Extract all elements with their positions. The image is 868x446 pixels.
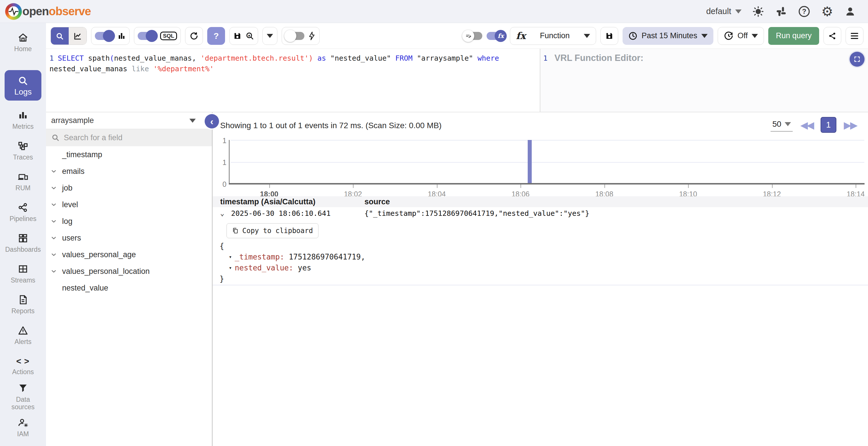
- x-tick-mark: [353, 185, 353, 188]
- field-search-box[interactable]: Search for a field: [46, 129, 212, 146]
- chevron-down-icon: [752, 34, 758, 38]
- function-select[interactable]: fx Function: [510, 27, 596, 45]
- sidebar-item-label: Reports: [11, 307, 35, 315]
- more-menu-button[interactable]: [845, 27, 863, 45]
- copy-to-clipboard-button[interactable]: Copy to clipboard: [226, 223, 318, 238]
- sidebar-item-traces[interactable]: Traces: [0, 135, 46, 166]
- vrl-function-toggle[interactable]: fx: [487, 32, 505, 40]
- row-detail-divider: [213, 285, 868, 285]
- histogram-bar[interactable]: [528, 140, 532, 183]
- field-name: nested_value: [62, 284, 108, 292]
- caret-down-icon: ▾: [229, 262, 232, 273]
- slack-icon[interactable]: [775, 5, 787, 18]
- field-row[interactable]: emails: [46, 163, 212, 180]
- sidebar-item-data-sources[interactable]: Data sources: [0, 381, 46, 412]
- save-view-icon[interactable]: [233, 32, 242, 40]
- sql-query-text: SELECT spath(nested_value_manas, 'depart…: [50, 54, 499, 73]
- vrl-function-editor[interactable]: 1 VRL Function Editor:: [540, 49, 868, 112]
- json-entry[interactable]: ▾ _timestamp: 1751286970641719,: [220, 251, 365, 262]
- last-page-button[interactable]: ▶▶: [844, 119, 857, 131]
- json-entry[interactable]: ▾ nested_value: yes: [220, 262, 365, 273]
- user-avatar-icon[interactable]: [844, 5, 857, 18]
- sidebar-item-iam[interactable]: IAM: [0, 412, 46, 443]
- field-row[interactable]: job: [46, 180, 212, 196]
- sidebar-item-metrics[interactable]: Metrics: [0, 105, 46, 135]
- sidebar-item-label: IAM: [17, 430, 29, 438]
- sidebar-item-label: Traces: [13, 154, 33, 161]
- field-row[interactable]: level: [46, 196, 212, 213]
- reset-filters-button[interactable]: [185, 27, 203, 45]
- sidebar-item-actions[interactable]: < > Actions: [0, 351, 46, 381]
- chevron-down-icon[interactable]: [50, 251, 58, 258]
- field-row[interactable]: values_personal_location: [46, 263, 212, 280]
- help-icon[interactable]: ?: [798, 5, 810, 18]
- first-page-button[interactable]: ◀◀: [800, 119, 813, 131]
- settings-gear-icon[interactable]: ⚙: [821, 5, 834, 18]
- field-row[interactable]: nested_value: [46, 280, 212, 296]
- organization-select[interactable]: default: [706, 7, 742, 16]
- search-mode-button[interactable]: [51, 27, 69, 45]
- sidebar-item-home[interactable]: Home: [0, 27, 46, 58]
- sql-query-editor[interactable]: 1SELECT spath(nested_value_manas, 'depar…: [46, 49, 540, 112]
- page-size-value: 50: [772, 120, 781, 129]
- auto-refresh-select[interactable]: Off: [718, 27, 764, 45]
- fullscreen-button[interactable]: [849, 52, 865, 67]
- bar-chart-icon: [117, 32, 126, 40]
- chevron-down-icon[interactable]: [50, 234, 58, 242]
- json-value: 1751286970641719,: [289, 253, 365, 261]
- visualize-mode-button[interactable]: [69, 27, 87, 45]
- stream-select-value: arraysample: [51, 116, 189, 125]
- results-panel: Showing 1 to 1 out of 1 events in 72 ms.…: [213, 113, 868, 446]
- row-expand-chevron-icon[interactable]: ⌄: [220, 209, 224, 217]
- save-function-button[interactable]: [600, 27, 618, 45]
- sidebar-item-dashboards[interactable]: Dashboards: [0, 228, 46, 258]
- field-row[interactable]: values_personal_age: [46, 246, 212, 263]
- sidebar-item-reports[interactable]: Reports: [0, 289, 46, 320]
- saved-views-expand-button[interactable]: [262, 27, 277, 45]
- json-value: yes: [298, 263, 311, 272]
- field-row[interactable]: _timestamp: [46, 146, 212, 163]
- events-histogram[interactable]: 1 1 0 18:0018:0218:0418:0618:0818:1018:1…: [213, 138, 868, 195]
- sql-mode-toggle[interactable]: [138, 32, 157, 40]
- result-row[interactable]: ⌄ 2025-06-30 18:06:10.641 {"_timestamp":…: [213, 207, 868, 219]
- current-page-button[interactable]: 1: [820, 117, 836, 133]
- chevron-down-icon[interactable]: [50, 268, 58, 275]
- svg-text:★: ★: [248, 33, 251, 37]
- row-source: {"_timestamp":1751286970641719,"nested_v…: [365, 209, 589, 218]
- sidebar-item-pipelines[interactable]: Pipelines: [0, 197, 46, 228]
- field-name: level: [62, 200, 78, 209]
- query-help-button[interactable]: ?: [207, 27, 225, 45]
- stream-select[interactable]: arraysample: [46, 113, 212, 129]
- time-range-select[interactable]: Past 15 Minutes: [623, 27, 713, 45]
- collapse-fields-button[interactable]: ‹: [205, 114, 219, 128]
- histogram-toggle[interactable]: [95, 32, 114, 40]
- chevron-down-icon[interactable]: [50, 218, 58, 225]
- copy-button-label: Copy to clipboard: [242, 227, 313, 235]
- question-mark-icon: ?: [214, 31, 219, 41]
- chevron-down-icon[interactable]: [50, 201, 58, 208]
- copy-icon: [232, 227, 239, 234]
- run-query-button[interactable]: Run query: [768, 27, 819, 45]
- y-tick-label: 1: [215, 136, 226, 145]
- transform-results-toggle[interactable]: [463, 32, 482, 40]
- theme-toggle-icon[interactable]: [752, 5, 765, 18]
- share-link-button[interactable]: [824, 27, 841, 45]
- field-row[interactable]: log: [46, 213, 212, 230]
- sidebar-item-streams[interactable]: Streams: [0, 258, 46, 289]
- refresh-clock-icon: [724, 31, 734, 41]
- chevron-down-icon[interactable]: [50, 185, 58, 191]
- search-saved-view-icon[interactable]: ★: [245, 31, 254, 40]
- quick-mode-toggle[interactable]: [285, 32, 304, 40]
- chevron-down-icon[interactable]: [50, 168, 58, 175]
- page-size-select[interactable]: 50: [771, 118, 793, 132]
- sidebar-item-logs[interactable]: Logs: [5, 70, 41, 101]
- saved-views-group: ★: [229, 27, 258, 45]
- svg-text:?: ?: [802, 7, 806, 15]
- search-icon: [51, 133, 60, 142]
- source-column-header: source: [365, 197, 390, 206]
- sidebar-item-alerts[interactable]: Alerts: [0, 320, 46, 351]
- field-row[interactable]: users: [46, 230, 212, 246]
- field-name: log: [62, 217, 72, 226]
- results-table-header: timestamp (Asia/Calcutta) source: [213, 196, 868, 207]
- sidebar-item-rum[interactable]: RUM: [0, 166, 46, 197]
